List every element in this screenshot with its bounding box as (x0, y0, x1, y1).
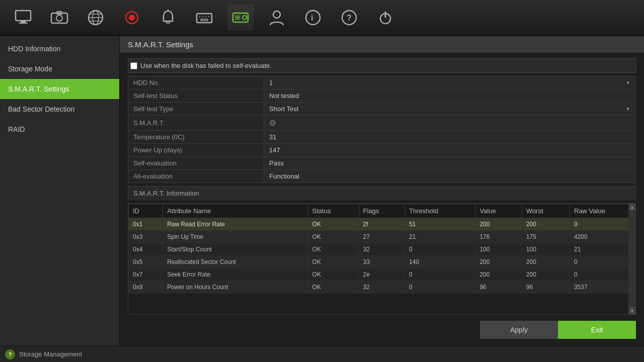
gear-icon[interactable]: ⚙ (269, 119, 276, 127)
topbar: i ? (0, 0, 644, 36)
alarm-icon[interactable] (155, 5, 181, 31)
monitor-icon[interactable] (10, 5, 36, 31)
status-label: Storage Management (19, 350, 82, 358)
table-row: 0x3Spin Up TimeOK27211761754200 (129, 231, 635, 243)
svg-rect-1 (21, 21, 26, 23)
table-row: 0x4Start/Stop CountOK32010010021 (129, 243, 635, 256)
field-label-power-up: Power Up (days) (128, 144, 264, 157)
power-icon[interactable] (372, 5, 398, 31)
form-row-power-up: Power Up (days) 147 (128, 144, 636, 157)
table-row: 0x5Reallocated Sector CountOK33140200200… (129, 256, 635, 268)
record-icon[interactable] (119, 5, 145, 31)
svg-point-21 (243, 16, 247, 20)
info-icon[interactable]: i (300, 5, 326, 31)
form-row-self-test-status: Self-test Status Not tested (128, 89, 636, 103)
checkbox-row: Use when the disk has failed to self-eva… (128, 58, 636, 73)
field-label-hdd-no: HDD No. (128, 76, 264, 89)
field-label-self-evaluation: Self-evaluation (128, 157, 264, 170)
field-value-all-evaluation: Functional (264, 170, 636, 183)
scrollbar-up[interactable]: ▲ (629, 204, 636, 211)
svg-rect-19 (201, 19, 208, 21)
self-test-type-value: Short Test (269, 105, 298, 113)
camera-icon[interactable] (46, 5, 72, 31)
svg-point-12 (129, 15, 135, 21)
help-status-icon: ? (5, 349, 15, 359)
hdd-icon[interactable] (227, 5, 254, 31)
statusbar: ? Storage Management (0, 346, 644, 362)
field-label-all-evaluation: All-evaluation (128, 170, 264, 183)
sidebar-item-hdd-information[interactable]: HDD Information (0, 39, 119, 59)
form-table: HDD No. 1 ▼ Self-test Status Not tested (128, 76, 636, 183)
content-area: S.M.A.R.T. Settings Use when the disk ha… (120, 36, 644, 346)
user-icon[interactable] (264, 5, 290, 31)
svg-rect-14 (197, 14, 212, 23)
col-threshold: Threshold (405, 204, 475, 218)
field-value-self-test-status: Not tested (264, 89, 636, 103)
sidebar-item-smart-settings[interactable]: S.M.A.R.T. Settings (0, 79, 119, 99)
svg-rect-0 (16, 11, 31, 21)
form-row-hdd-no: HDD No. 1 ▼ (128, 76, 636, 89)
apply-button[interactable]: Apply (480, 321, 558, 339)
smart-data-table-wrapper: ID Attribute Name Status Flags Threshold… (128, 203, 636, 315)
network-icon[interactable] (83, 5, 109, 31)
field-label-temperature: Temperature (0C) (128, 131, 264, 144)
help-icon[interactable]: ? (336, 5, 362, 31)
content-title: S.M.A.R.T. Settings (120, 36, 644, 53)
form-row-smart: S.M.A.R.T. ⚙ (128, 116, 636, 131)
form-row-temperature: Temperature (0C) 31 (128, 131, 636, 144)
svg-point-25 (273, 11, 280, 18)
table-row: 0x1Raw Read Error RateOK2f512002000 (129, 218, 635, 231)
scrollbar-down[interactable]: ▼ (629, 307, 636, 314)
col-worst: Worst (522, 204, 570, 218)
self-evaluate-checkbox[interactable] (130, 62, 137, 69)
smart-data-table: ID Attribute Name Status Flags Threshold… (128, 204, 635, 294)
self-evaluate-label: Use when the disk has failed to self-eva… (140, 62, 272, 69)
hdd-no-value: 1 (269, 79, 273, 86)
field-value-temperature: 31 (264, 131, 636, 144)
smart-info-header: S.M.A.R.T. Information (128, 186, 636, 200)
sidebar: HDD Information Storage Mode S.M.A.R.T. … (0, 36, 120, 346)
scrollbar-thumb[interactable] (629, 211, 636, 307)
col-flags: Flags (359, 204, 405, 218)
field-label-self-test-status: Self-test Status (128, 89, 264, 103)
hdd-no-arrow: ▼ (625, 80, 630, 85)
field-value-hdd-no[interactable]: 1 ▼ (264, 76, 636, 89)
col-value: Value (475, 204, 522, 218)
content-body: Use when the disk has failed to self-eva… (120, 53, 644, 346)
table-row: 0x9Power on Hours CountOK32096963537 (129, 281, 635, 294)
col-attribute-name: Attribute Name (163, 204, 308, 218)
sidebar-item-storage-mode[interactable]: Storage Mode (0, 59, 119, 79)
svg-point-4 (56, 15, 62, 21)
svg-text:?: ? (347, 14, 352, 22)
col-raw-value: Raw Value (570, 204, 635, 218)
field-label-self-test-type: Self-test Type (128, 103, 264, 116)
form-row-all-evaluation: All-evaluation Functional (128, 170, 636, 183)
field-value-self-evaluation: Pass (264, 157, 636, 170)
main-layout: HDD Information Storage Mode S.M.A.R.T. … (0, 36, 644, 346)
scrollbar[interactable]: ▲ ▼ (628, 204, 635, 314)
field-value-power-up: 147 (264, 144, 636, 157)
table-row: 0x7Seek Error RateOK2e02002000 (129, 268, 635, 281)
sidebar-item-bad-sector-detection[interactable]: Bad Sector Detection (0, 99, 119, 119)
form-row-self-test-type: Self-test Type Short Test ▼ (128, 103, 636, 116)
action-row: Apply Exit (128, 318, 636, 341)
svg-text:i: i (311, 14, 313, 22)
col-status: Status (308, 204, 359, 218)
keyboard-icon[interactable] (191, 5, 217, 31)
exit-button[interactable]: Exit (558, 321, 636, 339)
field-value-smart[interactable]: ⚙ (264, 116, 636, 131)
self-test-type-arrow: ▼ (625, 106, 630, 112)
sidebar-item-raid[interactable]: RAID (0, 119, 119, 139)
col-id: ID (129, 204, 163, 218)
svg-rect-2 (19, 23, 28, 24)
field-value-self-test-type[interactable]: Short Test ▼ (264, 103, 636, 116)
form-row-self-evaluation: Self-evaluation Pass (128, 157, 636, 170)
field-label-smart: S.M.A.R.T. (128, 116, 264, 131)
table-header-row: ID Attribute Name Status Flags Threshold… (129, 204, 635, 218)
